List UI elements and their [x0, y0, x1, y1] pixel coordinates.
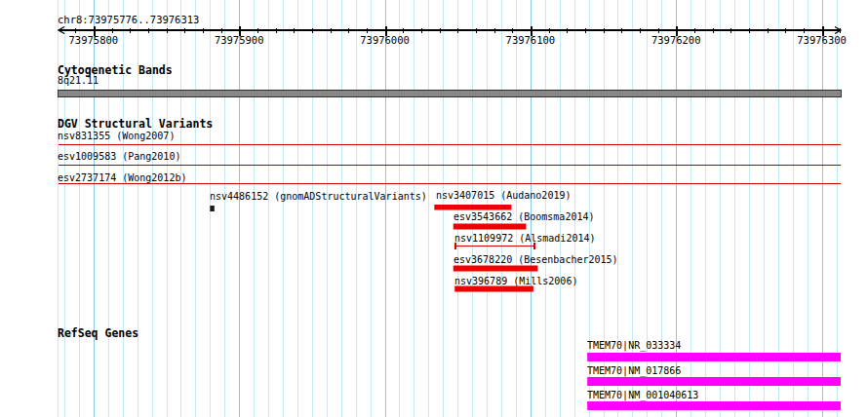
ruler-tick-label: 73976000	[360, 35, 410, 46]
ruler-tick-label: 73976100	[506, 35, 556, 46]
variant-box[interactable]	[454, 224, 527, 230]
feature-label[interactable]: nsv1109972 (Alsmadi2014)	[454, 234, 596, 244]
cytoband-bar[interactable]	[59, 91, 842, 97]
feature-label[interactable]: esv2737174 (Wong2012b)	[58, 173, 186, 183]
feature-label[interactable]: TMEM70|NR_033334	[587, 341, 681, 351]
variant-box[interactable]	[454, 286, 533, 292]
track-header-refseq-genes: RefSeq Genes	[58, 328, 138, 339]
variant-box[interactable]	[454, 266, 538, 272]
cytoband-label: 8q21.11	[58, 76, 99, 86]
feature-label[interactable]: nsv4486152 (gnomADStructuralVariants)	[210, 192, 427, 202]
feature-label[interactable]: nsv831355 (Wong2007)	[58, 132, 175, 141]
track-header-dgv-structural-variants: DGV Structural Variants	[58, 119, 213, 130]
gene-box[interactable]	[587, 353, 841, 361]
ruler-tick-label: 73976200	[651, 35, 701, 46]
feature-label[interactable]: nsv3407015 (Audano2019)	[436, 191, 571, 201]
feature-label[interactable]: esv1009583 (Pang2010)	[58, 152, 180, 162]
feature-label[interactable]: esv3543662 (Boomsma2014)	[454, 212, 595, 222]
variant-box[interactable]	[434, 205, 511, 210]
variant-point[interactable]	[210, 206, 214, 211]
feature-label[interactable]: esv3678220 (Besenbacher2015)	[454, 255, 618, 265]
genome-browser: chr8:73975776..73976313 Cytogenetic Band…	[0, 0, 868, 417]
ruler-tick-label: 73975800	[69, 35, 119, 46]
feature-label[interactable]: nsv396789 (Mills2006)	[454, 277, 577, 286]
region-label: chr8:73975776..73976313	[58, 15, 199, 25]
gene-box[interactable]	[587, 401, 841, 410]
gene-box[interactable]	[587, 377, 841, 386]
ruler-tick-label: 73976300	[797, 35, 847, 46]
ruler-tick-label: 73975900	[215, 35, 264, 46]
feature-label[interactable]: TMEM70|NM_017866	[587, 366, 681, 376]
feature-label[interactable]: TMEM70|NM_001040613	[587, 391, 698, 400]
